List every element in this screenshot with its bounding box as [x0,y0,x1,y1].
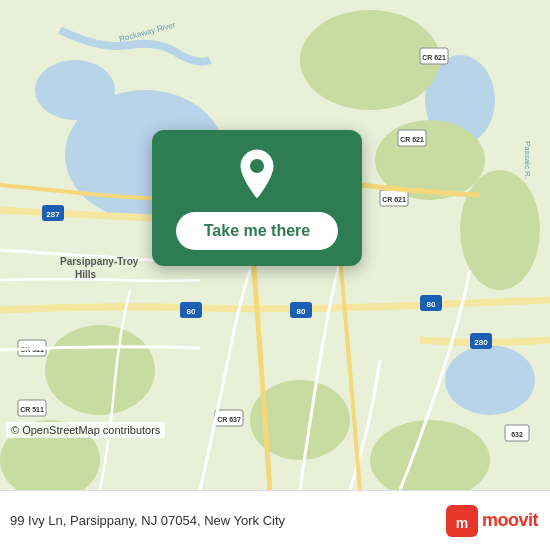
svg-text:CR 621: CR 621 [400,136,424,143]
svg-text:CR 621: CR 621 [422,54,446,61]
svg-text:280: 280 [474,338,488,347]
moovit-logo: m moovit [446,505,538,537]
svg-text:Parsippany-Troy: Parsippany-Troy [60,256,139,267]
svg-point-8 [45,325,155,415]
svg-text:m: m [456,515,468,531]
moovit-icon: m [446,505,478,537]
svg-point-2 [35,60,115,120]
svg-point-5 [300,10,440,110]
location-card: Take me there [152,130,362,266]
svg-text:80: 80 [187,307,196,316]
svg-text:632: 632 [511,431,523,438]
svg-text:CR 621: CR 621 [382,196,406,203]
svg-text:287: 287 [46,210,60,219]
svg-point-7 [460,170,540,290]
svg-point-4 [445,345,535,415]
svg-text:CR 637: CR 637 [217,416,241,423]
svg-text:80: 80 [427,300,436,309]
svg-text:CR 511: CR 511 [20,406,44,413]
map-attribution: © OpenStreetMap contributors [6,422,165,438]
address-text: 99 Ivy Ln, Parsippany, NJ 07054, New Yor… [10,513,446,528]
svg-point-41 [250,159,264,173]
svg-text:80: 80 [297,307,306,316]
map-pin-icon [235,148,279,200]
take-me-there-button[interactable]: Take me there [176,212,338,250]
moovit-text: moovit [482,510,538,531]
map-view: 287 I 80 80 80 280 CR 621 CR 621 CR 621 … [0,0,550,490]
bottom-bar: 99 Ivy Ln, Parsippany, NJ 07054, New Yor… [0,490,550,550]
svg-text:Passaic R.: Passaic R. [523,141,532,179]
svg-text:Hills: Hills [75,269,97,280]
